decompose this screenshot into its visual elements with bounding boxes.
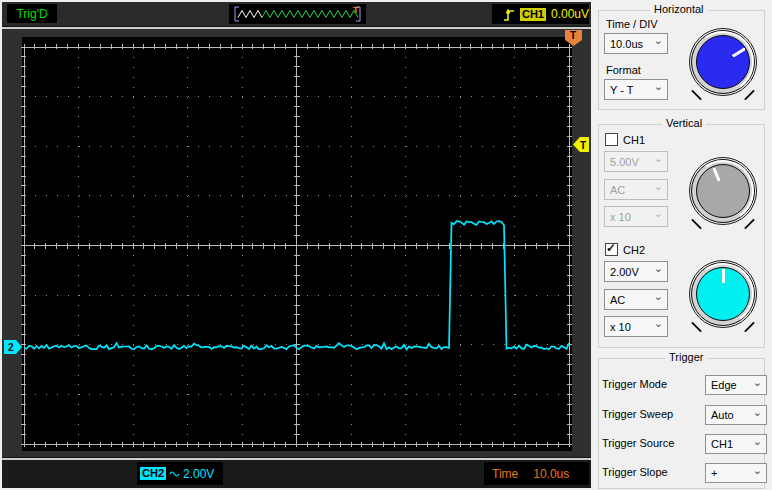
trigger-sweep-select[interactable]: Auto ⌄ xyxy=(705,405,767,425)
ch2-vertical-knob[interactable] xyxy=(689,260,757,328)
svg-text:T: T xyxy=(570,30,576,41)
waveform-preview[interactable]: T xyxy=(229,4,366,24)
chevron-down-icon: ⌄ xyxy=(753,406,762,419)
knob-pointer xyxy=(722,264,725,294)
trigger-mode-select[interactable]: Edge ⌄ xyxy=(705,375,767,395)
svg-text:2: 2 xyxy=(8,342,14,353)
chevron-down-icon: ⌄ xyxy=(753,376,762,389)
time-label: Time xyxy=(492,467,518,481)
chevron-down-icon: ⌄ xyxy=(654,152,663,165)
trigger-source-label: Trigger Source xyxy=(602,437,674,449)
preview-wave xyxy=(262,11,358,18)
chevron-down-icon: ⌄ xyxy=(753,464,762,477)
ch1-checkbox-label: CH1 xyxy=(623,134,645,146)
chevron-down-icon: ⌄ xyxy=(654,80,663,93)
trigger-level-readout: 0.00uV xyxy=(551,7,589,21)
trigger-slope-label: Trigger Slope xyxy=(602,466,668,478)
trigger-group-title: Trigger xyxy=(665,351,707,363)
ch2-readout: CH2 2.00V xyxy=(137,462,223,485)
ch1-vertical-knob[interactable] xyxy=(689,157,757,225)
trigger-slope-select[interactable]: + ⌄ xyxy=(705,463,767,483)
ch1-checkbox[interactable] xyxy=(605,133,618,146)
time-div-select[interactable]: 10.0us ⌄ xyxy=(604,33,668,54)
time-div-label: Time / DIV xyxy=(606,18,658,30)
trigger-status: Trig'D xyxy=(7,4,57,23)
ch1-volts-select[interactable]: 5.00V ⌄ xyxy=(604,151,668,172)
scope-display-svg: 2TT xyxy=(2,29,591,457)
svg-text:T: T xyxy=(580,140,586,151)
chevron-down-icon: ⌄ xyxy=(654,317,663,330)
trigger-sweep-label: Trigger Sweep xyxy=(602,408,673,420)
ch1-coupling-value: AC xyxy=(610,184,625,196)
ch2-level-marker[interactable]: 2 xyxy=(4,340,22,354)
format-label: Format xyxy=(606,64,641,76)
trigger-slope-icon xyxy=(503,7,515,22)
scope-display[interactable]: 2TT xyxy=(2,29,591,457)
control-panel: Horizontal Time / DIV 10.0us ⌄ Format Y … xyxy=(592,0,772,490)
trigger-level-marker[interactable]: T xyxy=(573,137,589,152)
chevron-down-icon: ⌄ xyxy=(654,207,663,220)
trigger-source-badge: CH1 xyxy=(520,8,546,21)
chevron-down-icon: ⌄ xyxy=(654,262,663,275)
chevron-down-icon: ⌄ xyxy=(654,290,663,303)
trigger-mode-value: Edge xyxy=(711,379,737,391)
ch2-coupling-value: AC xyxy=(610,294,625,306)
ch2-volts-value: 2.00V xyxy=(610,266,639,278)
time-readout: Time 10.0us xyxy=(484,462,589,485)
ch2-volts-per-div: 2.00V xyxy=(183,467,214,481)
ch1-probe-select[interactable]: x 10 ⌄ xyxy=(604,206,668,227)
preview-wave-shown xyxy=(238,11,262,18)
ch2-volts-select[interactable]: 2.00V ⌄ xyxy=(604,261,668,282)
trigger-source-select[interactable]: CH1 ⌄ xyxy=(705,434,767,454)
ch1-volts-value: 5.00V xyxy=(610,156,639,168)
time-per-div: 10.0us xyxy=(533,467,569,481)
ch2-checkbox-label: CH2 xyxy=(623,244,645,256)
trigger-source-value: CH1 xyxy=(711,438,733,450)
ac-coupling-icon xyxy=(169,469,180,479)
trigger-readout: CH1 0.00uV xyxy=(492,4,589,24)
horizontal-position-knob[interactable] xyxy=(689,28,757,96)
scope-bottom-bar: CH2 2.00V Time 10.0us xyxy=(2,460,591,488)
trigger-status-label: Trig'D xyxy=(16,7,47,21)
ch1-coupling-select[interactable]: AC ⌄ xyxy=(604,179,668,200)
trigger-sweep-value: Auto xyxy=(711,409,734,421)
chevron-down-icon: ⌄ xyxy=(753,435,762,448)
preview-trigger-marker[interactable]: T xyxy=(353,5,359,15)
horizontal-group-title: Horizontal xyxy=(650,3,708,15)
chevron-down-icon: ⌄ xyxy=(654,180,663,193)
waveform-preview-svg: T xyxy=(229,4,366,24)
trigger-slope-value: + xyxy=(711,467,717,479)
ch2-badge: CH2 xyxy=(140,467,166,480)
oscilloscope-app-window: Trig'D T CH1 0.00uV 2TT CH2 xyxy=(0,0,772,490)
ch2-coupling-select[interactable]: AC ⌄ xyxy=(604,289,668,310)
format-select[interactable]: Y - T ⌄ xyxy=(604,79,668,100)
ch2-probe-value: x 10 xyxy=(610,321,631,333)
ch2-checkbox[interactable] xyxy=(605,243,618,256)
scope-top-bar: Trig'D T CH1 0.00uV xyxy=(2,2,591,26)
time-div-value: 10.0us xyxy=(610,38,643,50)
ch2-probe-select[interactable]: x 10 ⌄ xyxy=(604,316,668,337)
ch1-probe-value: x 10 xyxy=(610,211,631,223)
format-value: Y - T xyxy=(610,84,633,96)
preview-left-bracket xyxy=(235,7,239,21)
trigger-mode-label: Trigger Mode xyxy=(602,378,667,390)
scope-area: Trig'D T CH1 0.00uV 2TT CH2 xyxy=(2,2,591,488)
vertical-group-title: Vertical xyxy=(662,117,706,129)
chevron-down-icon: ⌄ xyxy=(654,34,663,47)
